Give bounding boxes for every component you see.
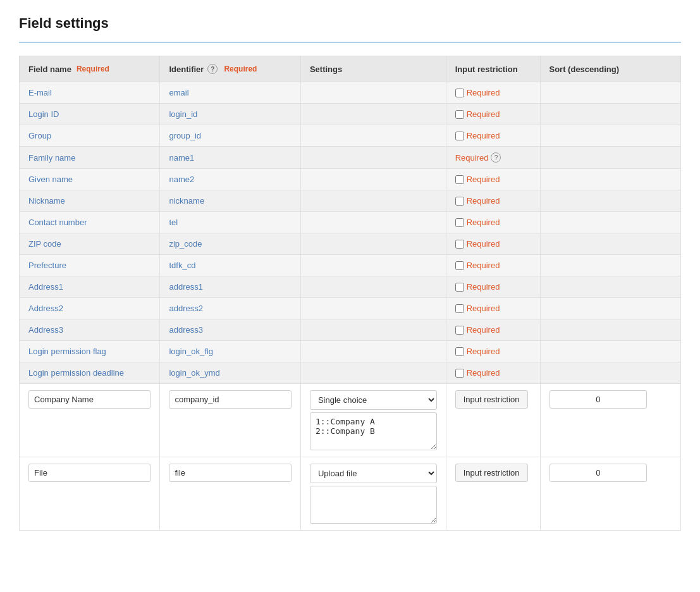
custom-input-restriction-cell: Input restriction	[446, 457, 540, 531]
required-label[interactable]: Required	[467, 239, 500, 249]
field-name-cell: Login permission deadline	[20, 362, 160, 384]
required-label[interactable]: Required	[467, 325, 500, 335]
identifier-cell: group_id	[160, 125, 300, 147]
identifier-cell: address1	[160, 276, 300, 298]
field-name-cell: Address3	[20, 319, 160, 341]
required-checkbox[interactable]	[455, 89, 464, 97]
input-restriction-cell: Required	[446, 190, 540, 212]
header-settings: Settings	[300, 56, 446, 82]
settings-cell	[300, 276, 446, 298]
table-header-row: Field name Required Identifier ? Require…	[20, 56, 681, 82]
sort-cell	[540, 298, 681, 319]
field-name-cell: Login ID	[20, 104, 160, 125]
custom-settings-cell: Single choiceMultiple choiceTextUpload f…	[300, 384, 446, 457]
input-restriction-cell: Required	[446, 319, 540, 341]
sort-cell	[540, 212, 681, 233]
input-restriction-cell: Required	[446, 298, 540, 319]
required-label[interactable]: Required	[467, 88, 500, 97]
required-label[interactable]: Required	[467, 218, 500, 227]
required-checkbox[interactable]	[455, 283, 464, 292]
custom-identifier-input[interactable]	[169, 464, 291, 482]
required-checkbox[interactable]	[455, 304, 464, 313]
identifier-cell: login_id	[160, 104, 300, 125]
settings-dropdown[interactable]: Single choiceMultiple choiceTextUpload f…	[310, 390, 437, 410]
input-restriction-cell: Required	[446, 341, 540, 362]
table-row: Address1address1Required	[20, 276, 681, 298]
required-checkbox[interactable]	[455, 347, 464, 356]
required-label[interactable]: Required	[467, 368, 500, 378]
input-restriction-button[interactable]: Input restriction	[455, 390, 528, 409]
required-label[interactable]: Required	[467, 109, 500, 119]
required-checkbox[interactable]	[455, 132, 464, 140]
sort-cell	[540, 125, 681, 147]
settings-cell	[300, 82, 446, 104]
required-checkbox[interactable]	[455, 240, 464, 249]
table-row: Address2address2Required	[20, 298, 681, 319]
settings-textarea[interactable]	[310, 412, 437, 450]
field-name-cell: Given name	[20, 169, 160, 190]
identifier-cell: tel	[160, 212, 300, 233]
identifier-cell: login_ok_ymd	[160, 362, 300, 384]
required-checkbox[interactable]	[455, 175, 464, 184]
sort-input[interactable]	[550, 464, 648, 482]
page-container: Field settings Field name Required Ident…	[0, 0, 700, 546]
custom-field-name-input[interactable]	[28, 390, 150, 409]
input-restriction-cell: Required	[446, 276, 540, 298]
required-checkbox[interactable]	[455, 369, 464, 378]
sort-cell	[540, 82, 681, 104]
identifier-info-icon[interactable]: ?	[207, 64, 218, 74]
input-restriction-cell: Required?	[446, 147, 540, 169]
custom-input-restriction-cell: Input restriction	[446, 384, 540, 457]
required-checkbox[interactable]	[455, 326, 464, 335]
sort-cell	[540, 233, 681, 255]
required-label[interactable]: Required	[467, 261, 500, 270]
settings-cell	[300, 125, 446, 147]
settings-cell	[300, 298, 446, 319]
sort-cell	[540, 255, 681, 276]
identifier-cell: tdfk_cd	[160, 255, 300, 276]
table-row: Groupgroup_idRequired	[20, 125, 681, 147]
required-checkbox[interactable]	[455, 197, 464, 206]
custom-identifier-input[interactable]	[169, 390, 291, 409]
table-body: E-mailemailRequiredLogin IDlogin_idRequi…	[20, 82, 681, 531]
input-restriction-button[interactable]: Input restriction	[455, 464, 528, 482]
required-checkbox[interactable]	[455, 261, 464, 270]
sort-cell	[540, 341, 681, 362]
field-name-cell: ZIP code	[20, 233, 160, 255]
custom-identifier-cell	[160, 384, 300, 457]
settings-cell	[300, 233, 446, 255]
settings-cell	[300, 169, 446, 190]
required-label[interactable]: Required	[467, 347, 500, 356]
header-identifier: Identifier ? Required	[160, 56, 300, 82]
field-name-cell: Login permission flag	[20, 341, 160, 362]
custom-field-name-cell	[20, 384, 160, 457]
table-row: Login IDlogin_idRequired	[20, 104, 681, 125]
required-label[interactable]: Required	[467, 131, 500, 140]
custom-field-name-cell	[20, 457, 160, 531]
table-row: ZIP codezip_codeRequired	[20, 233, 681, 255]
settings-cell	[300, 255, 446, 276]
required-info-icon[interactable]: ?	[491, 152, 501, 163]
required-label[interactable]: Required	[467, 304, 500, 313]
identifier-cell: name2	[160, 169, 300, 190]
field-name-required-badge: Required	[77, 65, 109, 73]
settings-dropdown[interactable]: Single choiceMultiple choiceTextUpload f…	[310, 464, 437, 483]
required-label[interactable]: Required	[467, 282, 500, 292]
custom-field-name-input[interactable]	[28, 464, 150, 482]
input-restriction-cell: Required	[446, 82, 540, 104]
sort-input[interactable]	[550, 390, 648, 409]
settings-cell	[300, 212, 446, 233]
settings-textarea[interactable]	[310, 486, 437, 524]
identifier-cell: login_ok_flg	[160, 341, 300, 362]
custom-identifier-cell	[160, 457, 300, 531]
sort-cell	[540, 104, 681, 125]
settings-cell	[300, 104, 446, 125]
required-label[interactable]: Required	[467, 196, 500, 206]
required-checkbox[interactable]	[455, 218, 464, 227]
settings-cell	[300, 362, 446, 384]
required-checkbox[interactable]	[455, 110, 464, 119]
required-label[interactable]: Required	[467, 175, 500, 184]
required-fixed-label: Required	[455, 153, 489, 163]
settings-cell	[300, 341, 446, 362]
field-name-cell: E-mail	[20, 82, 160, 104]
